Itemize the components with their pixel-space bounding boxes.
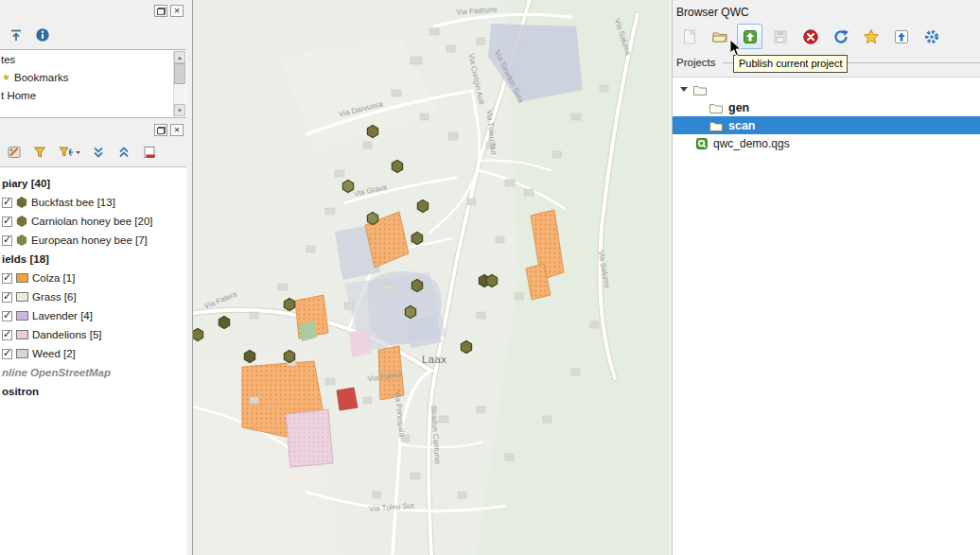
browser-item-favorites[interactable]: tes <box>0 50 186 68</box>
scroll-down-button[interactable] <box>174 104 185 116</box>
apiary-marker <box>219 317 229 329</box>
layers-tree: piary [40] Buckfast bee [13] Carniolan h… <box>0 166 186 555</box>
remove-layer-button[interactable] <box>141 144 158 161</box>
layer-checkbox[interactable] <box>2 311 12 321</box>
qwc-panel-title: Browser QWC <box>673 0 980 21</box>
bee-symbol-icon <box>16 197 27 208</box>
layer-checkbox[interactable] <box>2 349 12 359</box>
layer-item-positron[interactable]: ositron <box>0 382 186 401</box>
layer-label: nline OpenStreetMap <box>2 367 111 378</box>
scroll-up-button[interactable] <box>174 51 185 63</box>
layers-panel: piary [40] Buckfast bee [13] Carniolan h… <box>0 119 186 555</box>
tree-item-scan[interactable]: scan <box>673 116 980 134</box>
layer-label: Carniolan honey bee [20] <box>31 216 153 227</box>
layer-label: ositron <box>2 386 39 397</box>
qgis-project-file-icon <box>695 137 709 150</box>
field-symbol-icon <box>16 292 28 302</box>
reset-styles-button[interactable] <box>858 24 884 49</box>
field-symbol-icon <box>16 349 28 358</box>
tree-item-qwc-demo[interactable]: qwc_demo.qgs <box>673 134 980 152</box>
refresh-button[interactable] <box>828 24 853 49</box>
save-project-button[interactable] <box>767 24 793 49</box>
layer-item-european-bee[interactable]: European honey bee [7] <box>0 231 186 250</box>
collapse-all-button[interactable] <box>115 144 132 161</box>
layer-checkbox[interactable] <box>2 198 12 208</box>
expand-all-icon <box>91 145 106 160</box>
apiary-marker <box>486 275 497 287</box>
bee-symbol-icon <box>16 234 27 246</box>
field-polygon <box>286 409 333 467</box>
new-project-button[interactable] <box>676 24 702 49</box>
scroll-track[interactable] <box>174 63 185 104</box>
folder-icon <box>692 83 708 96</box>
browser-panel: tes Bookmarks t Home <box>0 0 186 119</box>
field-symbol-icon <box>16 273 28 283</box>
layer-label: Buckfast bee [13] <box>31 197 115 208</box>
collapse-all-button[interactable] <box>8 26 25 43</box>
browser-list: tes Bookmarks t Home <box>0 49 186 118</box>
layer-item-colza[interactable]: Colza [1] <box>0 269 186 287</box>
close-panel-button[interactable] <box>170 5 184 17</box>
layer-group-apiary[interactable]: piary [40] <box>0 174 186 193</box>
apiary-marker <box>342 181 353 193</box>
apiary-marker <box>461 341 471 354</box>
layer-group-openstreetmap[interactable]: nline OpenStreetMap <box>0 363 186 382</box>
layer-label: piary [40] <box>2 178 50 189</box>
apiary-marker <box>367 213 377 225</box>
browser-scrollbar[interactable] <box>173 51 185 116</box>
properties-widget-button[interactable] <box>34 26 51 43</box>
expand-all-button[interactable] <box>90 144 107 161</box>
float-panel-button[interactable] <box>154 5 167 17</box>
apiary-marker <box>392 161 402 173</box>
layer-checkbox[interactable] <box>2 292 12 303</box>
layer-item-carniolan-bee[interactable]: Carniolan honey bee [20] <box>0 212 186 231</box>
layer-item-lavender[interactable]: Lavender [4] <box>0 306 186 325</box>
map-canvas[interactable]: Via Fadruns Via Salums Via Stradun Sura … <box>193 0 669 555</box>
chevron-down-icon[interactable] <box>680 87 688 92</box>
remove-layer-icon <box>142 145 157 160</box>
filter-expression-icon <box>58 145 80 160</box>
apiary-marker <box>411 280 422 292</box>
layer-styling-button[interactable] <box>6 144 23 161</box>
open-project-button[interactable] <box>707 24 732 49</box>
tree-item-label: qwc_demo.qgs <box>713 137 790 150</box>
tree-root-row[interactable] <box>673 80 980 98</box>
layer-checkbox[interactable] <box>2 217 12 227</box>
field-polygon <box>349 328 372 357</box>
layer-checkbox[interactable] <box>2 330 12 340</box>
delete-project-button[interactable] <box>797 24 823 49</box>
collapse-all-icon <box>116 145 131 160</box>
layer-label: ields [18] <box>2 253 49 265</box>
projects-label: Projects <box>676 57 716 68</box>
close-panel-button[interactable] <box>170 124 184 136</box>
field-symbol-icon <box>16 330 28 339</box>
info-icon <box>35 27 50 43</box>
delete-icon <box>802 28 819 45</box>
browser-item-bookmarks[interactable]: Bookmarks <box>0 68 186 86</box>
float-panel-button[interactable] <box>154 124 167 136</box>
tree-item-gen[interactable]: gen <box>673 98 980 116</box>
layer-group-fields[interactable]: ields [18] <box>0 250 186 269</box>
apiary-marker <box>411 233 422 245</box>
open-folder-icon <box>711 28 728 45</box>
layer-item-buckfast-bee[interactable]: Buckfast bee [13] <box>0 193 186 212</box>
filter-legend-button[interactable] <box>31 144 48 161</box>
layer-item-dandelions[interactable]: Dandelions [5] <box>0 325 186 344</box>
apiary-marker <box>193 329 203 341</box>
layer-item-weed[interactable]: Weed [2] <box>0 344 186 363</box>
layer-checkbox[interactable] <box>2 273 12 284</box>
layers-panel-header <box>0 119 186 140</box>
settings-button[interactable] <box>919 24 944 49</box>
save-icon <box>772 28 789 45</box>
upload-button[interactable] <box>888 24 914 49</box>
layer-checkbox[interactable] <box>2 235 12 246</box>
scroll-thumb[interactable] <box>174 63 185 84</box>
qwc-browser-panel: Browser QWC <box>672 0 980 555</box>
browser-item-project-home[interactable]: t Home <box>0 86 186 104</box>
filter-expression-button[interactable] <box>57 144 81 161</box>
layer-item-grass[interactable]: Grass [6] <box>0 287 186 306</box>
layer-label: Grass [6] <box>32 291 77 303</box>
apiary-marker <box>284 299 294 311</box>
collapse-all-icon <box>9 27 24 43</box>
layers-toolbar <box>0 140 186 163</box>
